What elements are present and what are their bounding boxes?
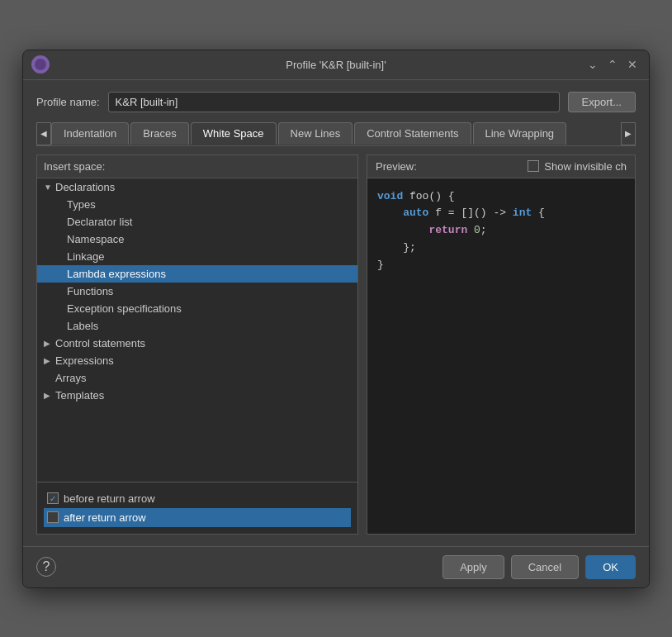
tree-label-declarations: Declarations [55,181,115,193]
tree-item-exception-specifications[interactable]: Exception specifications [37,300,357,317]
checkbox-before-return-arrow[interactable] [47,492,59,504]
help-button[interactable]: ? [36,557,56,577]
tree-item-namespace[interactable]: Namespace [37,231,357,248]
code-line-5: } [377,257,625,274]
export-button[interactable]: Export... [568,92,636,112]
tab-braces[interactable]: Braces [130,122,188,145]
tree-label-lambda-expressions: Lambda expressions [67,268,166,280]
logo-inner [35,59,46,70]
dialog-window: Profile 'K&R [built-in]' ⌄ ⌃ ✕ Profile n… [22,50,650,588]
checkbox-row-after-return-arrow[interactable]: after return arrow [44,508,351,527]
tree-container: ▼ Declarations Types Declarator list Nam… [37,178,357,482]
app-logo [31,55,50,74]
insert-space-label: Insert space: [37,155,357,178]
tab-scroll-left[interactable]: ◀ [36,122,51,145]
code-line-2: auto f = []() -> int { [377,205,625,222]
dialog-body: Profile name: Export... ◀ Indentation Br… [23,80,649,546]
profile-name-label: Profile name: [36,96,100,108]
left-panel: Insert space: ▼ Declarations Types Decla… [36,154,358,535]
right-panel: Preview: Show invisible ch void foo() { … [367,154,636,535]
tree-item-expressions[interactable]: ▶ Expressions [37,352,357,369]
expand-arrow-templates: ▶ [44,391,55,400]
show-invisible-checkbox[interactable] [528,160,539,172]
tree-item-declarations[interactable]: ▼ Declarations [37,178,357,196]
tree-label-namespace: Namespace [67,233,124,245]
checkbox-section: before return arrow after return arrow [37,482,357,534]
apply-button[interactable]: Apply [442,555,504,579]
dialog-footer: ? Apply Cancel OK [23,546,649,587]
tree-label-control-statements: Control statements [55,337,145,349]
tree-item-templates[interactable]: ▶ Templates [37,387,357,404]
tree-item-lambda-expressions[interactable]: Lambda expressions [37,265,357,283]
tab-indentation[interactable]: Indentation [51,122,129,145]
minimize-button[interactable]: ⌄ [584,56,601,73]
tab-scroll-right[interactable]: ▶ [621,122,636,145]
ok-button[interactable]: OK [585,555,636,579]
tree-label-labels: Labels [67,320,98,332]
footer-buttons: Apply Cancel OK [442,555,636,579]
tab-white-space[interactable]: White Space [191,122,277,145]
preview-label: Preview: [376,160,417,173]
code-preview: void foo() { auto f = []() -> int { retu… [367,178,635,534]
show-invisible-label: Show invisible ch [544,160,627,173]
code-line-4: }; [377,240,625,257]
cancel-button[interactable]: Cancel [511,555,579,579]
tree-label-arrays: Arrays [55,372,87,384]
tree-label-functions: Functions [67,285,113,297]
code-line-3: return 0; [377,222,625,240]
tree-item-functions[interactable]: Functions [37,283,357,300]
tree-label-linkage: Linkage [67,250,105,263]
tab-line-wrapping[interactable]: Line Wrapping [473,122,567,145]
tabs: Indentation Braces White Space New Lines… [51,122,621,145]
tree-label-exception-specifications: Exception specifications [67,302,182,315]
tree-item-declarator-list[interactable]: Declarator list [37,213,357,231]
close-button[interactable]: ✕ [624,56,641,73]
profile-row: Profile name: Export... [36,92,636,112]
maximize-button[interactable]: ⌃ [604,56,621,73]
checkbox-after-return-arrow[interactable] [47,511,59,523]
titlebar: Profile 'K&R [built-in]' ⌄ ⌃ ✕ [23,50,649,80]
expand-arrow-control-statements: ▶ [44,339,55,348]
tree-label-templates: Templates [55,389,104,402]
tab-control-statements[interactable]: Control Statements [354,122,471,145]
checkbox-label-after-return-arrow: after return arrow [64,511,146,524]
tree-item-linkage[interactable]: Linkage [37,248,357,265]
tree-item-control-statements[interactable]: ▶ Control statements [37,335,357,352]
checkbox-label-before-return-arrow: before return arrow [64,492,155,505]
checkbox-row-before-return-arrow[interactable]: before return arrow [44,489,351,508]
show-invisible-row: Show invisible ch [528,160,627,173]
content-area: Insert space: ▼ Declarations Types Decla… [36,154,636,535]
tab-new-lines[interactable]: New Lines [278,122,353,145]
tabs-container: ◀ Indentation Braces White Space New Lin… [36,122,636,146]
profile-name-input[interactable] [108,92,560,112]
tree-label-types: Types [67,198,96,211]
tree-label-declarator-list: Declarator list [67,216,132,228]
window-controls: ⌄ ⌃ ✕ [584,56,641,73]
expand-arrow-expressions: ▶ [44,356,55,365]
dialog-title: Profile 'K&R [built-in]' [286,59,386,71]
tree-item-labels[interactable]: Labels [37,317,357,335]
tree-label-expressions: Expressions [55,354,114,367]
code-line-1: void foo() { [377,188,625,206]
expand-arrow-declarations: ▼ [44,183,55,192]
preview-header: Preview: Show invisible ch [367,155,635,178]
tree-item-arrays[interactable]: Arrays [37,369,357,387]
tree-item-types[interactable]: Types [37,196,357,213]
